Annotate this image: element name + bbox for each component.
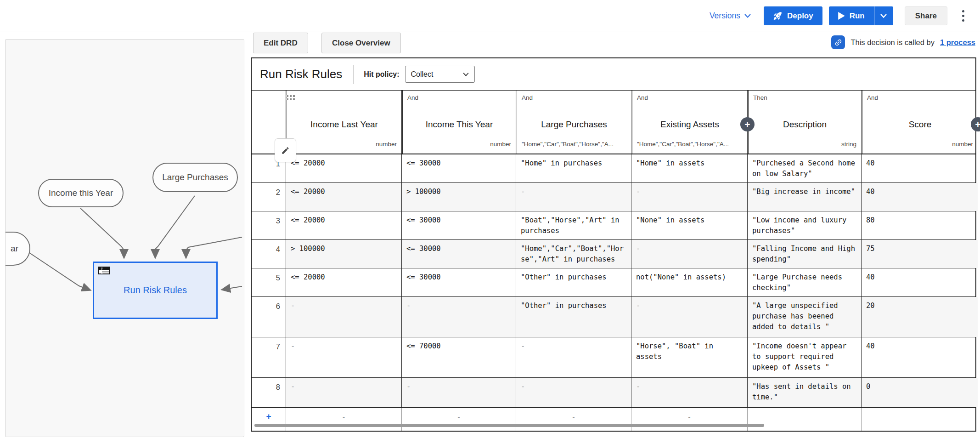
dt-cell[interactable]: - (516, 337, 631, 377)
dt-cell[interactable]: "A large unspecified purchase has beened… (747, 297, 861, 337)
dt-cell[interactable]: 40 (861, 268, 978, 296)
dt-cell[interactable]: "None" in assets (631, 211, 747, 239)
hit-policy-value: Collect (411, 70, 434, 79)
dt-cell[interactable]: > 100000 (286, 240, 401, 268)
close-overview-button[interactable]: Close Overview (321, 33, 401, 53)
share-button[interactable]: Share (905, 6, 947, 25)
dt-cell[interactable]: 40 (861, 154, 978, 182)
dt-header-cell[interactable]: AndScorenumber+ (861, 91, 978, 154)
dt-cell[interactable]: <= 70000 (401, 337, 516, 377)
add-column-button[interactable]: + (740, 117, 755, 131)
deploy-label: Deploy (787, 11, 813, 21)
dt-header-type-label: "Home","Car","Boat","Horse","A... (637, 141, 743, 150)
dt-cell[interactable]: "Other" in purchases (516, 268, 631, 296)
dt-row-number[interactable]: 2 (252, 183, 286, 211)
dt-row: 6--"Other" in purchases-"A large unspeci… (252, 296, 975, 337)
dt-cell[interactable]: "Horse", "Boat" in assets (631, 337, 747, 377)
decision-table-title[interactable]: Run Risk Rules (260, 67, 342, 81)
dt-cell[interactable]: "Falling Income and High spending" (747, 240, 861, 268)
dt-cell[interactable]: - (286, 297, 401, 337)
dt-row-number[interactable]: 3 (252, 211, 286, 239)
dt-cell[interactable]: <= 30000 (401, 268, 516, 296)
drd-decision-run-risk-rules[interactable]: Run Risk Rules (93, 262, 218, 319)
edit-drd-button[interactable]: Edit DRD (253, 33, 308, 53)
dt-cell[interactable]: "Big increase in income" (747, 183, 861, 211)
dt-cell[interactable]: - (516, 183, 631, 211)
dt-header: Income Last YearnumberAndIncome This Yea… (252, 91, 975, 154)
dt-cell[interactable]: "Has sent in details on time." (747, 378, 861, 407)
dt-cell[interactable]: "Home" in purchases (516, 154, 631, 182)
dt-cell[interactable]: - (631, 183, 747, 211)
dt-footer-cell[interactable] (747, 408, 861, 431)
dt-cell[interactable]: "Large Purchase needs checking" (747, 268, 861, 296)
dt-footer-cell[interactable] (861, 408, 978, 431)
drag-handle-icon[interactable] (287, 95, 295, 100)
dt-cell[interactable]: 80 (861, 211, 978, 239)
dt-cell[interactable]: - (631, 240, 747, 268)
dt-cell[interactable]: - (401, 378, 516, 407)
add-rule-button[interactable]: + (252, 408, 286, 431)
dt-cell[interactable]: "Low income and luxury purchases" (747, 211, 861, 239)
more-options-button[interactable] (959, 8, 967, 23)
dt-header-cell[interactable]: ThenDescriptionstring (747, 91, 861, 154)
dt-header-rule-label: And (522, 94, 626, 108)
dt-cell[interactable]: "Home" in assets (631, 154, 747, 182)
dt-footer-cell[interactable]: - (516, 408, 631, 431)
dt-cell[interactable]: 40 (861, 337, 978, 377)
dt-footer-cell[interactable]: - (631, 408, 747, 431)
chevron-down-icon (880, 14, 887, 18)
dt-cell[interactable]: <= 30000 (401, 240, 516, 268)
dt-row-number[interactable]: 4 (252, 240, 286, 268)
deploy-button[interactable]: Deploy (764, 6, 822, 25)
called-by-process-link[interactable]: 1 process (940, 38, 975, 47)
dt-header-cell[interactable]: Income Last Yearnumber (286, 91, 401, 154)
versions-dropdown[interactable]: Versions (710, 11, 751, 21)
drd-overview-panel[interactable]: Income this Year Large Purchases ar Run … (5, 39, 244, 437)
drd-input-large-purchases[interactable]: Large Purchases (152, 163, 238, 192)
dt-cell[interactable]: - (631, 297, 747, 337)
dt-row-number[interactable]: 7 (252, 337, 286, 377)
dt-cell[interactable]: <= 30000 (401, 211, 516, 239)
dt-cell[interactable]: "Income doesn't appear to support requir… (747, 337, 861, 377)
dt-header-cell[interactable]: AndExisting Assets"Home","Car","Boat","H… (631, 91, 747, 154)
dt-cell[interactable]: 20 (861, 297, 978, 337)
drd-input-income-this-year[interactable]: Income this Year (38, 179, 124, 207)
dt-cell[interactable]: "Other" in purchases (516, 297, 631, 337)
dt-header-cell[interactable]: AndLarge Purchases"Home","Car","Boat","H… (516, 91, 631, 154)
dt-row-number[interactable]: 6 (252, 297, 286, 337)
hit-policy-select[interactable]: Collect (405, 66, 475, 83)
drd-node-label: ar (11, 244, 18, 254)
dt-row: 5<= 20000<= 30000"Other" in purchasesnot… (252, 268, 975, 296)
dt-cell[interactable]: not("None" in assets) (631, 268, 747, 296)
dt-cell[interactable]: 0 (861, 378, 978, 407)
horizontal-scrollbar[interactable] (254, 424, 764, 427)
dt-cell[interactable]: - (516, 378, 631, 407)
dt-cell[interactable]: "Boat","Horse","Art" in purchases (516, 211, 631, 239)
run-button[interactable]: Run (829, 6, 874, 25)
run-options-button[interactable] (874, 6, 893, 25)
dt-cell[interactable]: - (631, 378, 747, 407)
dt-header-cell[interactable]: AndIncome This Yearnumber (401, 91, 516, 154)
dt-cell[interactable]: <= 20000 (286, 154, 401, 182)
edit-table-button[interactable] (275, 138, 296, 162)
dt-footer-cell[interactable]: - (286, 408, 401, 431)
drd-input-clipped[interactable]: ar (5, 232, 30, 266)
dt-cell[interactable]: - (286, 378, 401, 407)
dt-row-number[interactable]: 5 (252, 268, 286, 296)
dt-header-rule-label: And (867, 94, 973, 108)
dt-cell[interactable]: 40 (861, 183, 978, 211)
dt-cell[interactable]: > 100000 (401, 183, 516, 211)
dt-cell[interactable]: - (401, 297, 516, 337)
dt-cell[interactable]: <= 20000 (286, 183, 401, 211)
dt-cell[interactable]: "Purchesed a Second home on low Salary" (747, 154, 861, 182)
dt-cell[interactable]: "Home","Car","Boat","Horse","Art" in pur… (516, 240, 631, 268)
dt-header-column-label: Score (867, 108, 973, 141)
dt-cell[interactable]: <= 20000 (286, 268, 401, 296)
dt-cell[interactable]: <= 20000 (286, 211, 401, 239)
dt-footer-cell[interactable]: - (401, 408, 516, 431)
dt-cell[interactable]: <= 30000 (401, 154, 516, 182)
dt-cell[interactable]: - (286, 337, 401, 377)
dt-row-number[interactable]: 8 (252, 378, 286, 407)
dt-header-column-label: Income This Year (407, 108, 511, 141)
dt-cell[interactable]: 75 (861, 240, 978, 268)
